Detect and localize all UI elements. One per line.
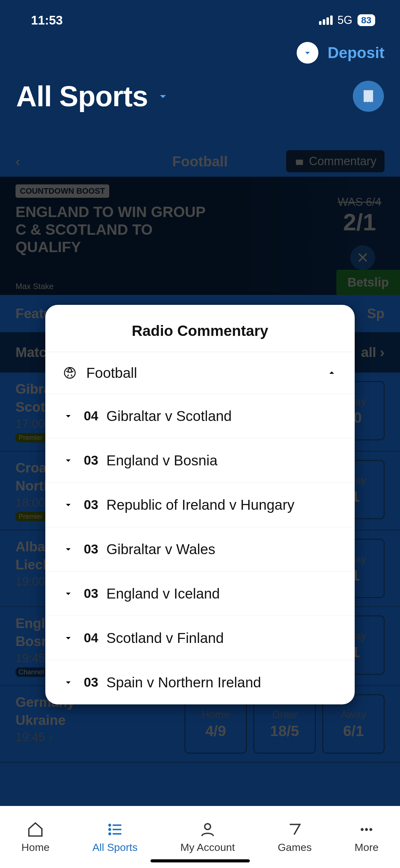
odds-label: Home	[202, 708, 230, 720]
battery-indicator: 83	[358, 14, 375, 26]
commentary-match: Republic of Ireland v Hungary	[106, 496, 295, 513]
betslip-button[interactable]	[353, 81, 384, 112]
see-all-button[interactable]: all ›	[361, 345, 385, 360]
status-bar: 11:53 5G 83	[0, 0, 400, 34]
commentary-match: Gibraltar v Scotland	[106, 408, 232, 424]
commentary-count: 03	[84, 586, 98, 601]
list-icon	[106, 821, 124, 838]
promo-odds: WAS 6/4 2/1	[338, 195, 381, 236]
commentary-item[interactable]: 04 Gibraltar v Scotland	[45, 394, 355, 438]
radio-icon	[294, 156, 305, 167]
svg-point-0	[65, 368, 75, 378]
svg-rect-6	[113, 833, 121, 835]
radio-commentary-modal: Radio Commentary Football 04 Gibraltar v…	[45, 305, 355, 704]
promo-text: ENGLAND TO WIN GROUP C & SCOTLAND TO QUA…	[15, 203, 214, 256]
chevron-right-icon: ›	[380, 345, 385, 360]
svg-point-9	[365, 828, 368, 831]
nav-all-sports-label: All Sports	[93, 841, 138, 854]
svg-point-10	[370, 828, 372, 831]
title-dropdown[interactable]: All Sports	[16, 80, 170, 113]
team-away: Ukraine	[15, 712, 75, 728]
see-all-label: all	[361, 345, 376, 360]
signal-icon	[319, 16, 333, 25]
nav-home[interactable]: Home	[22, 821, 49, 854]
expand-button[interactable]	[297, 42, 319, 64]
modal-sport-row[interactable]: Football	[45, 352, 355, 394]
odds-value: 4/9	[205, 722, 226, 740]
chevron-down-icon	[63, 455, 74, 466]
commentary-item[interactable]: 03 England v Bosnia	[45, 438, 355, 483]
user-icon	[199, 821, 216, 838]
nav-more-label: More	[355, 841, 378, 854]
status-right: 5G 83	[319, 14, 375, 27]
commentary-count: 04	[84, 408, 98, 424]
commentary-count: 03	[84, 675, 98, 690]
modal-sport-label: Football	[86, 365, 137, 381]
chevron-down-icon	[302, 47, 313, 58]
commentary-match: Spain v Northern Ireland	[106, 674, 261, 691]
commentary-match: England v Bosnia	[106, 452, 218, 469]
svg-point-8	[361, 828, 364, 831]
nav-games-label: Games	[278, 841, 312, 854]
commentary-count: 03	[84, 497, 98, 512]
deposit-button[interactable]: Deposit	[328, 44, 385, 62]
chevron-down-icon	[63, 588, 74, 599]
promo-badge: COUNTDOWN BOOST	[15, 184, 109, 198]
chevron-right-icon: ›	[49, 732, 61, 743]
chevron-down-icon	[63, 632, 74, 644]
odds-value: 6/1	[343, 722, 364, 740]
promo-banner[interactable]: COUNTDOWN BOOST ENGLAND TO WIN GROUP C &…	[0, 177, 400, 295]
promo-close-button[interactable]: ✕	[351, 245, 375, 270]
add-betslip-button[interactable]: Betslip	[336, 270, 400, 295]
odds-value: 18/5	[270, 722, 299, 740]
commentary-item[interactable]: 03 England v Iceland	[45, 571, 355, 616]
football-icon	[63, 366, 77, 380]
odds-label: Away	[341, 708, 366, 720]
chevron-down-icon	[63, 410, 74, 422]
back-icon[interactable]: ‹	[15, 154, 20, 169]
commentary-item[interactable]: 03 Spain v Northern Ireland	[45, 660, 355, 704]
commentary-match: Gibraltar v Wales	[106, 541, 215, 558]
sport-title: Football	[172, 153, 228, 170]
dots-icon	[358, 821, 375, 838]
home-icon	[27, 821, 44, 838]
commentary-button[interactable]: Commentary	[286, 150, 385, 172]
sport-header: ‹ Football Commentary	[0, 146, 400, 177]
odds-label: Draw	[272, 708, 297, 720]
svg-point-1	[108, 824, 111, 827]
max-stake-label: Max Stake	[15, 282, 54, 291]
svg-point-3	[108, 828, 111, 831]
svg-point-5	[108, 832, 111, 835]
bottom-nav: Home All Sports My Account Games More	[0, 806, 400, 868]
topbar: Deposit	[0, 34, 400, 71]
commentary-item[interactable]: 03 Republic of Ireland v Hungary	[45, 483, 355, 527]
commentary-item[interactable]: 04 Scotland v Finland	[45, 616, 355, 660]
svg-rect-4	[113, 829, 121, 831]
commentary-label: Commentary	[309, 155, 377, 168]
svg-rect-2	[113, 825, 121, 826]
page-title: All Sports	[16, 80, 148, 113]
tab-sp[interactable]: Sp	[367, 306, 385, 321]
seven-icon	[286, 821, 303, 838]
chevron-down-icon	[63, 544, 74, 555]
nav-account[interactable]: My Account	[180, 821, 235, 854]
commentary-count: 04	[84, 630, 98, 645]
titlebar: All Sports	[0, 71, 400, 121]
nav-more[interactable]: More	[355, 821, 378, 854]
promo-now: 2/1	[338, 209, 381, 236]
commentary-count: 03	[84, 542, 98, 557]
network-label: 5G	[338, 14, 353, 27]
receipt-icon	[360, 88, 376, 104]
chevron-down-icon	[63, 499, 74, 510]
status-time: 11:53	[31, 13, 63, 27]
promo-was: WAS 6/4	[338, 195, 381, 209]
nav-all-sports[interactable]: All Sports	[93, 821, 138, 854]
modal-title: Radio Commentary	[45, 305, 355, 352]
svg-point-7	[205, 824, 211, 830]
commentary-item[interactable]: 03 Gibraltar v Wales	[45, 527, 355, 571]
nav-games[interactable]: Games	[278, 821, 312, 854]
chevron-down-icon	[63, 677, 74, 688]
chevron-up-icon	[326, 367, 337, 378]
nav-home-label: Home	[22, 841, 49, 854]
chevron-down-icon	[156, 89, 170, 103]
